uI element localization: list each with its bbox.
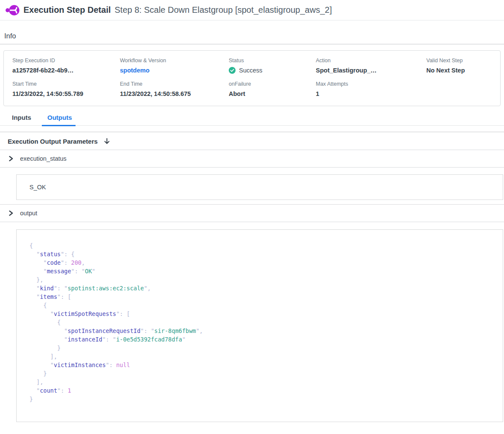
field-value: No Next Step bbox=[426, 67, 492, 74]
info-field bbox=[426, 81, 492, 97]
code-line: { bbox=[29, 241, 498, 250]
code-line: "status": { bbox=[29, 250, 498, 258]
app-logo-icon bbox=[5, 4, 20, 17]
code-line: "count": 1 bbox=[29, 386, 498, 395]
divider bbox=[0, 222, 504, 222]
execution-status-value-box: S_OK bbox=[16, 174, 503, 200]
info-field: Max Attempts1 bbox=[316, 81, 426, 97]
code-line: }, bbox=[29, 275, 498, 284]
field-label: Step Execution ID bbox=[12, 58, 120, 64]
info-section-title: Info bbox=[4, 32, 504, 40]
info-field: onFailureAbort bbox=[229, 81, 316, 97]
workflow-link[interactable]: spotdemo bbox=[120, 67, 229, 74]
field-value: Success bbox=[229, 67, 316, 74]
field-label: Max Attempts bbox=[316, 81, 426, 87]
info-field: ActionSpot_Elastigroup_… bbox=[316, 58, 426, 74]
field-label: Status bbox=[229, 58, 316, 64]
code-line: "message": "OK" bbox=[29, 267, 498, 275]
section-label: output bbox=[20, 210, 37, 217]
field-value: 1 bbox=[316, 90, 426, 97]
code-line: "spotInstanceRequestId": "sir-8qm6fbwm", bbox=[29, 327, 498, 335]
outputs-panel: Execution Output Parameters execution_st… bbox=[0, 132, 504, 422]
field-value: a125728f-6b22-4b9… bbox=[12, 67, 120, 74]
page-subtitle: Step 8: Scale Down Elastgroup [spot_elas… bbox=[115, 5, 332, 15]
field-label: End Time bbox=[120, 81, 229, 87]
chevron-right-icon bbox=[8, 156, 14, 162]
tab-outputs[interactable]: Outputs bbox=[47, 114, 72, 125]
section-output[interactable]: output bbox=[0, 205, 504, 222]
chevron-right-icon bbox=[8, 210, 14, 216]
code-line: } bbox=[29, 395, 498, 403]
field-value: 11/23/2022, 14:50:55.789 bbox=[12, 90, 120, 97]
info-field: StatusSuccess bbox=[229, 58, 316, 74]
code-line: "kind": "spotinst:aws:ec2:scale", bbox=[29, 284, 498, 292]
execution-status-value: S_OK bbox=[29, 184, 46, 191]
section-execution-status[interactable]: execution_status bbox=[0, 150, 504, 167]
field-value: Abort bbox=[229, 90, 316, 97]
page-title: Execution Step Detail bbox=[23, 5, 111, 15]
download-icon[interactable] bbox=[103, 138, 111, 145]
field-label: Workflow & Version bbox=[120, 58, 229, 64]
status-text: Success bbox=[239, 67, 262, 74]
field-label: Action bbox=[316, 58, 426, 64]
field-label: Start Time bbox=[12, 81, 120, 87]
outputs-heading: Execution Output Parameters bbox=[8, 138, 98, 145]
divider bbox=[0, 167, 504, 168]
code-line: "instanceId": "i-0e5d5392fcad78dfa" bbox=[29, 335, 498, 344]
info-field: Step Execution IDa125728f-6b22-4b9… bbox=[12, 58, 120, 74]
tab-inputs[interactable]: Inputs bbox=[12, 114, 31, 125]
section-label: execution_status bbox=[20, 155, 67, 162]
info-card: Step Execution IDa125728f-6b22-4b9…Workf… bbox=[3, 50, 501, 106]
code-line: "items": [ bbox=[29, 292, 498, 301]
code-line: { bbox=[29, 301, 498, 310]
code-line: "victimSpotRequests": [ bbox=[29, 310, 498, 318]
field-label: Valid Next Step bbox=[426, 58, 492, 64]
code-line: ], bbox=[29, 352, 498, 361]
info-divider bbox=[0, 44, 504, 44]
info-field: Valid Next StepNo Next Step bbox=[426, 58, 492, 74]
code-line: "code": 200, bbox=[29, 258, 498, 267]
info-field: Start Time11/23/2022, 14:50:55.789 bbox=[12, 81, 120, 97]
info-field: End Time11/23/2022, 14:50:58.675 bbox=[120, 81, 229, 97]
code-line: ], bbox=[29, 378, 498, 386]
outputs-heading-row: Execution Output Parameters bbox=[0, 132, 504, 150]
field-value: 11/23/2022, 14:50:58.675 bbox=[120, 90, 229, 97]
code-line: { bbox=[29, 318, 498, 327]
tab-bar: InputsOutputs bbox=[0, 114, 504, 126]
field-value: Spot_Elastigroup_… bbox=[316, 67, 426, 74]
code-line: } bbox=[29, 369, 498, 378]
success-check-icon bbox=[229, 67, 236, 74]
code-line: } bbox=[29, 344, 498, 352]
field-label: onFailure bbox=[229, 81, 316, 87]
output-json-box: { "status": { "code": 200, "message": "O… bbox=[16, 229, 503, 422]
page-header: Execution Step Detail Step 8: Scale Down… bbox=[0, 0, 504, 20]
code-line: "victimInstances": null bbox=[29, 361, 498, 369]
info-field: Workflow & Versionspotdemo bbox=[120, 58, 229, 74]
